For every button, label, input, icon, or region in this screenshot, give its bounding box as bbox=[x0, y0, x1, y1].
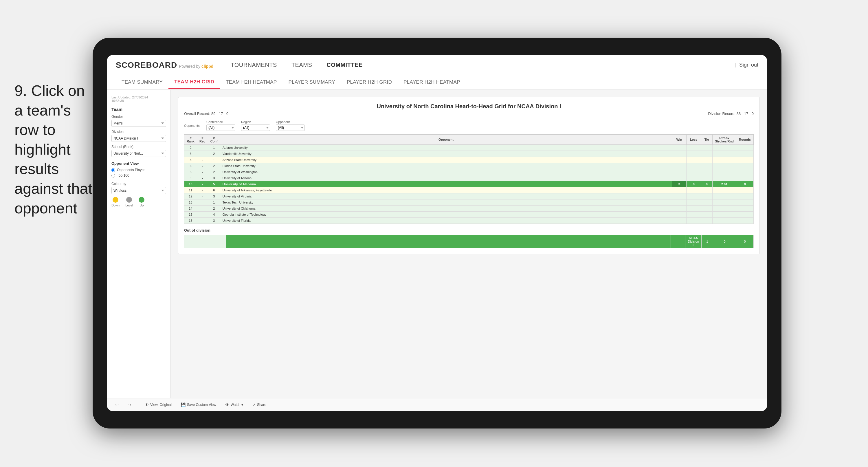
table-cell: 8 bbox=[184, 169, 197, 175]
division-select[interactable]: NCAA Division I bbox=[112, 135, 166, 142]
tab-team-h2h-grid[interactable]: TEAM H2H GRID bbox=[168, 75, 220, 89]
table-cell: 1 bbox=[208, 157, 220, 163]
save-icon: 💾 bbox=[181, 403, 186, 407]
nav-items: TOURNAMENTS TEAMS COMMITTEE bbox=[231, 60, 735, 70]
instruction-body: Click on a team's row to highlight resul… bbox=[14, 82, 92, 216]
radio-top100[interactable]: Top 100 bbox=[112, 173, 166, 177]
nav-committee[interactable]: COMMITTEE bbox=[327, 60, 363, 70]
table-cell bbox=[713, 157, 736, 163]
col-header-reg: # Reg bbox=[197, 135, 208, 145]
table-cell: 14 bbox=[184, 206, 197, 212]
col-header-loss: Loss bbox=[686, 135, 701, 145]
colour-label: Colour by bbox=[112, 182, 166, 186]
table-row[interactable]: 3-2Vanderbilt University bbox=[184, 151, 754, 157]
table-cell bbox=[686, 200, 701, 206]
table-cell bbox=[701, 200, 713, 206]
logo-area: SCOREBOARD Powered by clippd bbox=[116, 60, 213, 70]
school-select[interactable]: University of Nort... bbox=[112, 150, 166, 157]
share-icon: ↗ bbox=[252, 403, 255, 407]
table-row[interactable]: 10-5University of Alabama3002.618 bbox=[184, 181, 754, 187]
table-cell bbox=[672, 212, 686, 218]
table-cell bbox=[736, 187, 754, 194]
gender-select[interactable]: Men's bbox=[112, 120, 166, 127]
toolbar-view-original[interactable]: 👁 View: Original bbox=[143, 401, 174, 408]
redo-icon: ↪ bbox=[128, 403, 131, 407]
nav-divider: | bbox=[735, 62, 736, 68]
tab-player-h2h-heatmap[interactable]: PLAYER H2H HEATMAP bbox=[398, 75, 466, 89]
table-cell: 3 bbox=[184, 151, 197, 157]
table-cell: 10 bbox=[184, 181, 197, 187]
grid-title: University of North Carolina Head-to-Hea… bbox=[184, 103, 754, 110]
table-cell bbox=[713, 145, 736, 151]
table-cell: 2 bbox=[184, 145, 197, 151]
top-nav: SCOREBOARD Powered by clippd TOURNAMENTS… bbox=[107, 55, 767, 75]
sign-out-button[interactable]: Sign out bbox=[739, 62, 758, 68]
table-cell bbox=[736, 212, 754, 218]
table-row[interactable]: 9-3University of Arizona bbox=[184, 175, 754, 181]
ood-division bbox=[184, 235, 226, 248]
table-cell bbox=[686, 206, 701, 212]
table-cell: 8 bbox=[736, 181, 754, 187]
filter-opponent-select[interactable]: (All) bbox=[276, 124, 305, 131]
toolbar-undo[interactable]: ↩ bbox=[113, 401, 121, 408]
sub-nav: TEAM SUMMARY TEAM H2H GRID TEAM H2H HEAT… bbox=[107, 75, 767, 90]
tab-team-summary[interactable]: TEAM SUMMARY bbox=[116, 75, 168, 89]
table-row[interactable]: 12-3University of Virginia bbox=[184, 194, 754, 200]
nav-tournaments[interactable]: TOURNAMENTS bbox=[231, 60, 277, 70]
table-cell: University of Florida bbox=[220, 218, 672, 224]
table-cell: Texas Tech University bbox=[220, 200, 672, 206]
table-cell: 0 bbox=[701, 181, 713, 187]
table-row[interactable]: 16-3University of Florida bbox=[184, 218, 754, 224]
table-cell: 9 bbox=[184, 175, 197, 181]
col-header-diff: Diff Av Strokes/Rnd bbox=[713, 135, 736, 145]
tab-player-h2h-grid[interactable]: PLAYER H2H GRID bbox=[341, 75, 398, 89]
out-of-division-header: Out of division bbox=[184, 228, 754, 232]
table-row[interactable]: 8-2University of Washington bbox=[184, 169, 754, 175]
ood-win bbox=[671, 235, 685, 248]
table-row[interactable]: 4-1Arizona State University bbox=[184, 157, 754, 163]
col-header-opponent: Opponent bbox=[220, 135, 672, 145]
toolbar-save-custom[interactable]: 💾 Save Custom View bbox=[178, 401, 219, 408]
legend-dots: Down Level Up bbox=[112, 197, 166, 207]
tablet-frame: SCOREBOARD Powered by clippd TOURNAMENTS… bbox=[93, 38, 781, 429]
table-cell bbox=[686, 151, 701, 157]
h2h-table: # Rank # Reg # Conf Opponent Win Loss Ti… bbox=[184, 134, 754, 224]
table-cell: 2 bbox=[208, 151, 220, 157]
table-cell bbox=[672, 200, 686, 206]
table-row[interactable]: 14-2University of Oklahoma bbox=[184, 206, 754, 212]
filter-region-select[interactable]: (All) bbox=[241, 124, 270, 131]
tab-team-h2h-heatmap[interactable]: TEAM H2H HEATMAP bbox=[220, 75, 282, 89]
table-row[interactable]: 2-1Auburn University bbox=[184, 145, 754, 151]
table-row[interactable]: 6-2Florida State University bbox=[184, 163, 754, 169]
colour-select[interactable]: Win/loss bbox=[112, 187, 166, 194]
table-cell: 3 bbox=[208, 218, 220, 224]
table-cell bbox=[736, 145, 754, 151]
ood-tie: 1 bbox=[702, 235, 713, 248]
nav-teams[interactable]: TEAMS bbox=[291, 60, 312, 70]
toolbar-share[interactable]: ↗ Share bbox=[250, 401, 269, 408]
table-cell: 11 bbox=[184, 187, 197, 194]
undo-icon: ↩ bbox=[115, 403, 119, 407]
table-cell bbox=[701, 218, 713, 224]
table-cell bbox=[686, 218, 701, 224]
table-cell bbox=[686, 163, 701, 169]
dot-up bbox=[138, 197, 145, 203]
out-of-division-row[interactable]: NCAA Division II 1 0 0 bbox=[184, 235, 754, 248]
table-cell bbox=[686, 145, 701, 151]
radio-opponents-played[interactable]: Opponents Played bbox=[112, 168, 166, 172]
step-number: 9. bbox=[14, 82, 27, 99]
table-cell bbox=[736, 151, 754, 157]
table-cell bbox=[713, 200, 736, 206]
table-row[interactable]: 11-6University of Arkansas, Fayetteville bbox=[184, 187, 754, 194]
filter-opponent-group: Opponent (All) bbox=[276, 120, 305, 131]
toolbar-redo[interactable]: ↪ bbox=[125, 401, 133, 408]
table-cell: 12 bbox=[184, 194, 197, 200]
table-row[interactable]: 15-4Georgia Institute of Technology bbox=[184, 212, 754, 218]
filter-conference-select[interactable]: (All) bbox=[206, 124, 235, 131]
tab-player-summary[interactable]: PLAYER SUMMARY bbox=[283, 75, 341, 89]
timestamp: Last Updated: 27/03/2024 16:55:38 bbox=[112, 95, 166, 103]
toolbar-watch[interactable]: 👁 Watch ▾ bbox=[223, 401, 245, 408]
table-cell bbox=[672, 218, 686, 224]
table-cell bbox=[672, 187, 686, 194]
table-row[interactable]: 13-1Texas Tech University bbox=[184, 200, 754, 206]
